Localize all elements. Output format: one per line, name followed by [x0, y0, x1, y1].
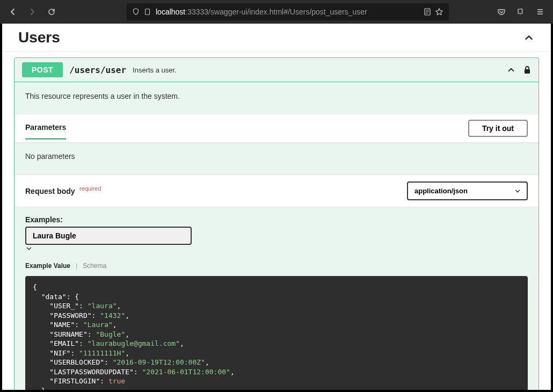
- tab-schema[interactable]: Schema: [83, 262, 106, 270]
- example-select[interactable]: Laura Bugle: [25, 227, 192, 245]
- examples-block: Examples: Laura Bugle: [14, 207, 539, 257]
- pocket-icon: [497, 8, 506, 16]
- reload-icon: [47, 8, 56, 16]
- lock-icon[interactable]: [523, 66, 531, 74]
- puzzle-icon: [516, 8, 525, 16]
- method-badge: POST: [22, 62, 63, 77]
- try-it-out-button[interactable]: Try it out: [468, 120, 528, 137]
- pocket-button[interactable]: [493, 3, 510, 20]
- svg-rect-0: [145, 9, 150, 15]
- arrow-right-icon: [28, 8, 37, 16]
- shield-icon: [132, 8, 140, 16]
- reload-button[interactable]: [43, 3, 60, 20]
- chevron-up-icon[interactable]: [506, 65, 516, 75]
- forward-button[interactable]: [24, 3, 41, 20]
- chevron-up-icon: [523, 32, 535, 43]
- back-button[interactable]: [4, 3, 21, 20]
- body-tabs: Example Value | Schema: [14, 257, 539, 274]
- examples-label: Examples:: [25, 215, 528, 224]
- hamburger-icon: [536, 8, 544, 16]
- page-body: Users POST /users/user Inserts a user. T…: [0, 24, 553, 392]
- url-bar[interactable]: localhost:33333/swagger-ui/index.html#/U…: [127, 3, 449, 20]
- section-title: Users: [18, 29, 60, 46]
- extensions-button[interactable]: [512, 3, 529, 20]
- browser-toolbar: localhost:33333/swagger-ui/index.html#/U…: [0, 0, 553, 24]
- bookmark-icon[interactable]: [435, 8, 443, 16]
- url-text: localhost:33333/swagger-ui/index.html#/U…: [156, 8, 367, 16]
- page-icon: [144, 8, 151, 16]
- parameters-bar: Parameters Try it out: [14, 114, 539, 142]
- operation-summary: Inserts a user.: [133, 66, 177, 74]
- operation-header[interactable]: POST /users/user Inserts a user.: [14, 58, 539, 82]
- reader-icon[interactable]: [423, 8, 432, 16]
- required-badge: required: [79, 185, 101, 192]
- collapse-section-button[interactable]: [523, 32, 535, 43]
- example-body-code: { "data": { "USER_": "laura", "PASSWORD"…: [25, 276, 528, 392]
- operation-path: /users/user: [69, 65, 126, 75]
- svg-rect-8: [525, 69, 530, 74]
- parameters-heading: Parameters: [25, 123, 66, 140]
- chevron-down-icon: [25, 245, 33, 252]
- request-body-label: Request body: [25, 187, 75, 196]
- tab-example-value[interactable]: Example Value: [25, 262, 70, 270]
- request-body-bar: Request body required application/json: [14, 175, 539, 207]
- operation-block: POST /users/user Inserts a user. This re…: [14, 57, 539, 392]
- menu-button[interactable]: [532, 3, 549, 20]
- content-type-select[interactable]: application/json: [407, 182, 528, 200]
- parameters-empty: No parameters: [14, 142, 539, 175]
- section-header[interactable]: Users: [2, 24, 551, 52]
- operation-description: This resource represents a user in the s…: [14, 82, 539, 114]
- arrow-left-icon: [9, 8, 17, 16]
